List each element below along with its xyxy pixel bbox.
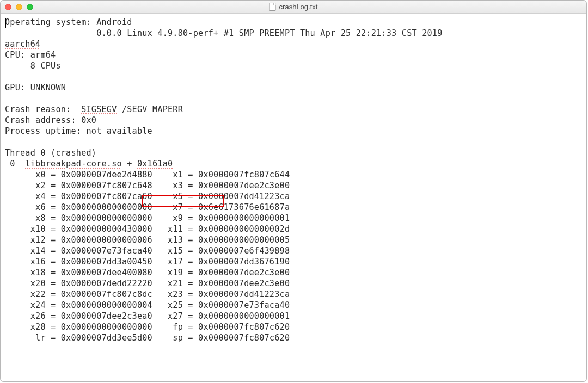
traffic-lights	[5, 4, 33, 10]
window-title: crashLog.txt	[270, 3, 318, 11]
app-window: crashLog.txt Operating system: Android 0…	[0, 0, 587, 382]
zoom-icon[interactable]	[27, 4, 33, 10]
content-area[interactable]: Operating system: Android 0.0.0 Linux 4.…	[1, 14, 586, 381]
title-text: crashLog.txt	[279, 3, 318, 11]
titlebar[interactable]: crashLog.txt	[1, 1, 586, 14]
close-icon[interactable]	[5, 4, 11, 10]
document-icon	[270, 3, 276, 11]
minimize-icon[interactable]	[16, 4, 22, 10]
crash-log-text[interactable]: Operating system: Android 0.0.0 Linux 4.…	[5, 17, 582, 343]
text-caret	[5, 18, 6, 28]
